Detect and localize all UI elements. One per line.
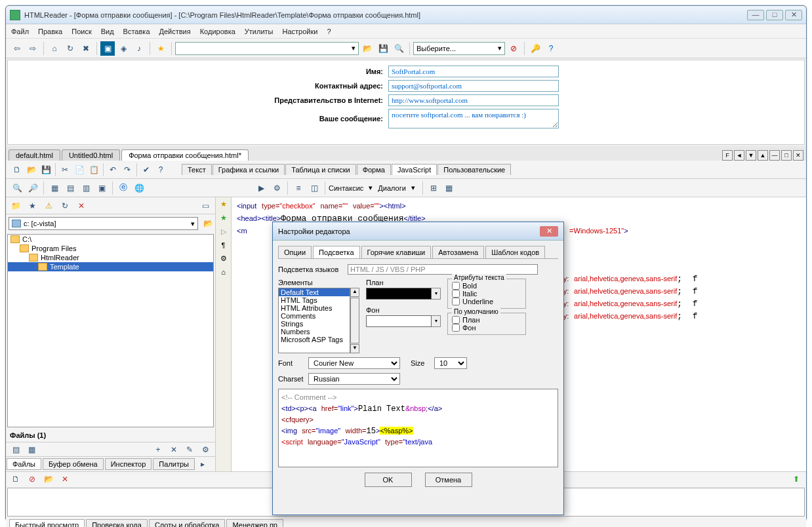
layout4-icon[interactable]: ▣ xyxy=(94,181,109,195)
link-icon[interactable]: ◈ xyxy=(116,41,131,56)
address-combo[interactable]: ▾ xyxy=(175,42,359,55)
star-icon[interactable]: ★ xyxy=(153,41,168,56)
world-icon[interactable]: 🌐 xyxy=(132,181,146,195)
doc-tab-form[interactable]: Форма отправки сообщения.html* xyxy=(121,149,249,161)
btab-validate[interactable]: Проверка кода xyxy=(86,519,148,527)
folder-tree[interactable]: C:\ Program Files HtmlReader Template xyxy=(7,234,214,427)
layout1-icon[interactable]: ▦ xyxy=(47,181,62,195)
contact-input[interactable] xyxy=(388,80,559,92)
dtab-hotkeys[interactable]: Горячие клавиши xyxy=(361,246,432,258)
bookmark-icon[interactable]: ★ xyxy=(220,200,227,208)
el-tags[interactable]: HTML Tags xyxy=(279,296,350,304)
ltab-palettes[interactable]: Палитры xyxy=(153,458,195,470)
maximize-button[interactable]: □ xyxy=(766,10,783,20)
size-select[interactable]: 10 xyxy=(434,357,467,369)
menu-encoding[interactable]: Кодировка xyxy=(200,28,235,35)
ok-button[interactable]: OK xyxy=(365,473,412,487)
menu-settings[interactable]: Настройки xyxy=(283,28,318,35)
tile-icon[interactable]: ▦ xyxy=(442,181,457,195)
menu-file[interactable]: Файл xyxy=(11,28,29,35)
forward-icon[interactable]: ⇨ xyxy=(26,41,40,56)
tag-icon[interactable]: ⌂ xyxy=(221,268,226,276)
fon-color[interactable] xyxy=(366,315,432,327)
dialog-close-button[interactable]: ✕ xyxy=(540,226,558,237)
refresh-icon[interactable]: ↻ xyxy=(63,41,77,56)
menu-edit[interactable]: Правка xyxy=(38,28,62,35)
script-icon[interactable]: ≡ xyxy=(291,181,306,195)
subtab-js[interactable]: JavaScript xyxy=(392,164,437,175)
menu-help[interactable]: ? xyxy=(327,28,331,35)
select-combo[interactable]: Выберите...▾ xyxy=(413,42,505,55)
fdel-icon[interactable]: ✕ xyxy=(167,442,181,457)
fprops-icon[interactable]: ⚙ xyxy=(198,442,213,457)
mdi-prev[interactable]: ◄ xyxy=(734,150,744,161)
tree-icon[interactable]: 📁 xyxy=(9,199,23,213)
open-icon[interactable]: 📂 xyxy=(360,41,375,56)
layout2-icon[interactable]: ▤ xyxy=(63,181,77,195)
subtab-form[interactable]: Форма xyxy=(357,164,391,175)
el-attrs[interactable]: HTML Attributes xyxy=(279,304,350,312)
def-fon-checkbox[interactable] xyxy=(452,324,460,332)
flist-icon[interactable]: ▤ xyxy=(9,442,23,457)
mdi-up[interactable]: ▲ xyxy=(758,150,768,161)
open2-icon[interactable]: 📂 xyxy=(24,163,39,177)
ltab-more[interactable]: ▸ xyxy=(195,457,210,471)
plan-color[interactable] xyxy=(366,288,432,300)
el-strings[interactable]: Strings xyxy=(279,320,350,328)
bp-new-icon[interactable]: 🗋 xyxy=(9,472,23,486)
browse-icon[interactable]: 📂 xyxy=(201,216,215,231)
bp-folder-icon[interactable]: 📂 xyxy=(41,472,56,486)
undo-icon[interactable]: ↶ xyxy=(106,163,120,177)
italic-checkbox[interactable] xyxy=(452,290,460,298)
ie-icon[interactable]: ⓔ xyxy=(116,181,131,195)
fren-icon[interactable]: ✎ xyxy=(182,442,197,457)
ltab-clip[interactable]: Буфер обмена xyxy=(43,458,104,470)
dtab-templates[interactable]: Шаблон кодов xyxy=(485,246,545,258)
tree-hr[interactable]: HtmlReader xyxy=(8,253,213,262)
el-numbers[interactable]: Numbers xyxy=(279,328,350,336)
back-icon[interactable]: ⇦ xyxy=(10,41,24,56)
doc-tab-default[interactable]: default.html xyxy=(9,149,60,161)
name-input[interactable] xyxy=(388,66,559,77)
refresh2-icon[interactable]: ↻ xyxy=(58,199,72,213)
def-plan-checkbox[interactable] xyxy=(452,316,460,324)
cancel-button[interactable]: Отмена xyxy=(425,473,472,487)
btab-slots[interactable]: Слоты и обработка xyxy=(149,519,226,527)
el-default[interactable]: Default Text xyxy=(279,288,350,296)
underline-checkbox[interactable] xyxy=(452,298,460,305)
media-icon[interactable]: ♪ xyxy=(132,41,146,56)
font-select[interactable]: Courier New xyxy=(308,357,400,369)
syntax-label[interactable]: Синтаксис xyxy=(329,184,363,192)
mdi-down[interactable]: ▼ xyxy=(746,150,756,161)
stop-icon[interactable]: ✖ xyxy=(79,41,93,56)
close-button[interactable]: ✕ xyxy=(785,10,802,20)
mdi-min[interactable]: — xyxy=(769,150,780,161)
zoom2-icon[interactable]: 🔎 xyxy=(26,181,40,195)
btab-manager[interactable]: Менеджер пр xyxy=(226,519,283,527)
bp-up-icon[interactable]: ⬆ xyxy=(789,472,803,486)
charset-select[interactable]: Russian xyxy=(308,373,400,385)
run-icon[interactable]: ▶ xyxy=(254,181,268,195)
doc-tab-untitled[interactable]: Untitled0.html xyxy=(62,149,120,161)
para-icon[interactable]: ¶ xyxy=(222,241,226,249)
message-textarea[interactable] xyxy=(388,109,559,128)
minimize-button[interactable]: — xyxy=(747,10,764,20)
bp-stop-icon[interactable]: ⊘ xyxy=(25,472,39,486)
cut-icon[interactable]: ✂ xyxy=(58,163,72,177)
del-icon[interactable]: ✕ xyxy=(74,199,89,213)
save-icon[interactable]: 💾 xyxy=(376,41,390,56)
subtab-tables[interactable]: Таблица и списки xyxy=(285,164,355,175)
gear-icon[interactable]: ⚙ xyxy=(220,254,227,263)
key-icon[interactable]: 🔑 xyxy=(528,41,542,56)
tree-pf[interactable]: Program Files xyxy=(8,244,213,253)
el-comments[interactable]: Comments xyxy=(279,312,350,320)
el-asp[interactable]: Microsoft ASP Tags xyxy=(279,336,350,343)
ficons-icon[interactable]: ▦ xyxy=(24,442,39,457)
warn-icon[interactable]: ⚠ xyxy=(41,199,56,213)
zoom-icon[interactable]: 🔍 xyxy=(10,181,24,195)
menu-utilities[interactable]: Утилиты xyxy=(245,28,274,35)
block-icon[interactable]: ⊘ xyxy=(506,41,521,56)
win-icon[interactable]: ⊞ xyxy=(426,181,441,195)
list-down-button[interactable]: ▼ xyxy=(350,344,359,353)
ltab-inspector[interactable]: Инспектор xyxy=(105,458,152,470)
